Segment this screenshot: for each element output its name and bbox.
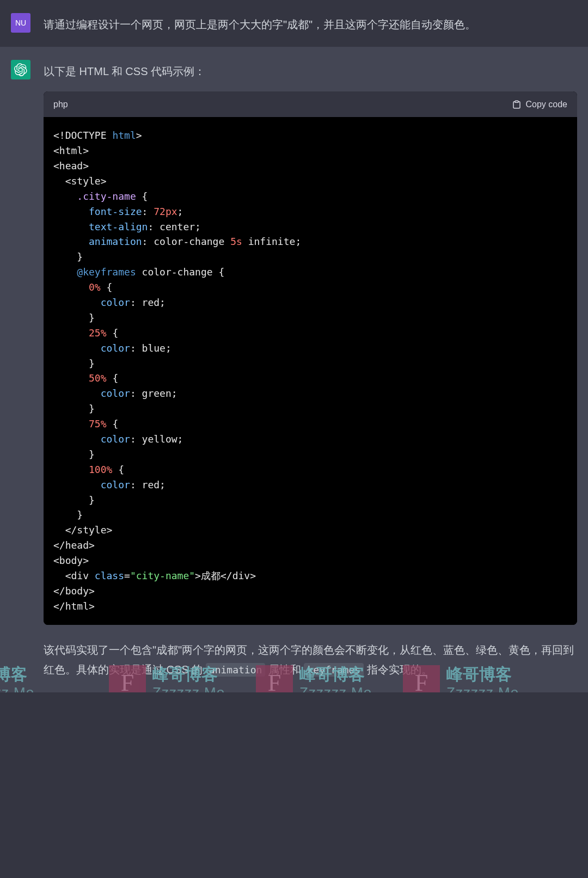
copy-code-button[interactable]: Copy code xyxy=(512,97,568,112)
copy-label: Copy code xyxy=(526,97,568,112)
code-lang-label: php xyxy=(53,97,68,112)
assistant-content: 以下是 HTML 和 CSS 代码示例： php Copy code <!DOC… xyxy=(44,60,577,679)
inline-code-keyframes: keyframes xyxy=(304,663,364,677)
inline-code-animation: animation xyxy=(206,663,266,677)
assistant-explanation: 该代码实现了一个包含"成都"两个字的网页，这两个字的颜色会不断变化，从红色、蓝色… xyxy=(44,640,577,679)
user-avatar-text: NU xyxy=(15,19,26,27)
user-message-row: NU 请通过编程设计一个网页，网页上是两个大大的字"成都"，并且这两个字还能自动… xyxy=(0,0,588,47)
assistant-intro: 以下是 HTML 和 CSS 代码示例： xyxy=(44,62,577,81)
assistant-message-row: 以下是 HTML 和 CSS 代码示例： php Copy code <!DOC… xyxy=(0,47,588,692)
clipboard-icon xyxy=(512,100,522,109)
svg-rect-0 xyxy=(515,101,518,102)
assistant-avatar xyxy=(11,60,30,79)
code-body[interactable]: <!DOCTYPE html> <html> <head> <style> .c… xyxy=(44,117,577,625)
user-avatar: NU xyxy=(11,13,30,33)
code-block: php Copy code <!DOCTYPE html> <html> <he… xyxy=(44,91,577,625)
user-prompt: 请通过编程设计一个网页，网页上是两个大大的字"成都"，并且这两个字还能自动变颜色… xyxy=(44,13,577,34)
code-header: php Copy code xyxy=(44,91,577,117)
openai-logo-icon xyxy=(14,63,27,76)
